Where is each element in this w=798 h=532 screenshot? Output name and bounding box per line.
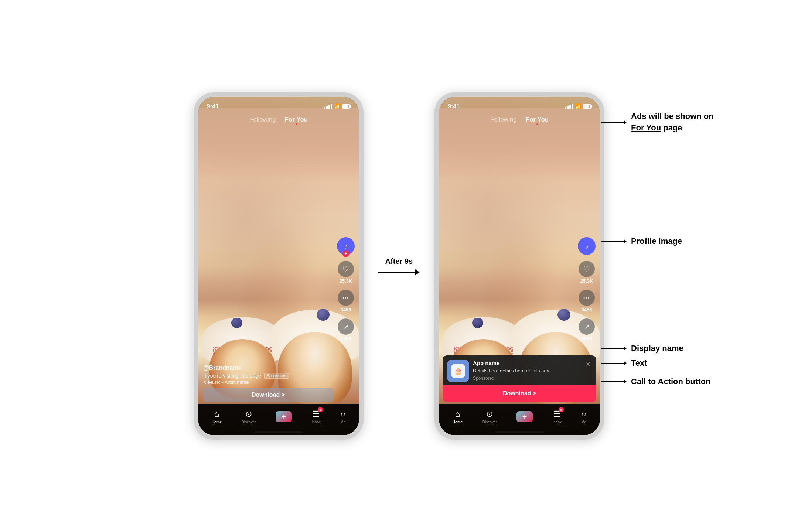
annotation-cta-text: Call to Action button xyxy=(631,377,710,386)
dots-icon-1: ••• xyxy=(338,290,354,306)
like-button-2[interactable]: ♡ 25.3K xyxy=(579,261,595,284)
arrow-line xyxy=(378,269,420,275)
tab-for-you-1[interactable]: For You xyxy=(285,116,308,123)
annotation-display-name-text: Display name xyxy=(631,344,683,353)
tab-following-1[interactable]: Following xyxy=(249,116,276,123)
like-button-1[interactable]: ♡ 25.3K xyxy=(338,261,354,284)
profile-button-1[interactable]: + xyxy=(337,237,355,255)
bottom-content-1: @Brandname If you're visiting this page … xyxy=(203,365,333,402)
me-icon-1: ○ xyxy=(341,409,345,419)
me-label-1: Me xyxy=(340,420,345,424)
share-button-2[interactable]: ↗ 1256 xyxy=(579,318,595,341)
transition-arrow: After 9s xyxy=(378,257,420,275)
ad-close-button[interactable]: ✕ xyxy=(584,360,592,368)
music-note-icon-1: ♫ xyxy=(203,380,207,385)
annotation-text: Text xyxy=(601,358,647,368)
annotation-for-you-text: Ads will be shown on For You page xyxy=(631,111,714,134)
blueberry-4 xyxy=(557,309,570,321)
tiktok-logo-2 xyxy=(582,241,592,251)
nav-me-1[interactable]: ○ Me xyxy=(340,409,345,424)
status-bar-2: 9:41 📶 xyxy=(439,97,600,113)
inbox-count-1: 9 xyxy=(318,407,323,412)
nav-discover-2[interactable]: ⊙ Discover xyxy=(482,409,497,424)
nav-inbox-1[interactable]: ☰ 9 Inbox xyxy=(312,409,321,424)
ann-head-3 xyxy=(624,346,627,351)
ann-shaft-1 xyxy=(601,122,624,123)
ad-text-area: App name Details here details here detai… xyxy=(473,360,580,381)
status-icons-2: 📶 xyxy=(565,103,591,109)
home-icon-1: ⌂ xyxy=(214,409,219,419)
discover-label-2: Discover xyxy=(482,420,497,424)
nav-plus-1[interactable]: + xyxy=(276,411,292,422)
sponsored-badge-1: Sponsored xyxy=(264,373,289,379)
ad-download-button[interactable]: Download > xyxy=(443,385,596,402)
app-icon-box: 🎂 xyxy=(447,360,469,382)
phone2-frame: 9:41 📶 xyxy=(434,92,604,440)
nav-home-2[interactable]: ⌂ Home xyxy=(453,409,463,424)
annotation-for-you: Ads will be shown on For You page xyxy=(601,111,714,134)
phone2-wrapper: 9:41 📶 xyxy=(434,92,604,440)
ann-head-1 xyxy=(624,120,627,125)
wifi-icon-2: 📶 xyxy=(575,103,581,109)
me-icon-2: ○ xyxy=(582,409,586,419)
ann-shaft-2 xyxy=(601,241,624,242)
status-icons-1: 📶 xyxy=(324,103,350,109)
ann-shaft-4 xyxy=(601,363,624,364)
phones-wrapper: 9:41 📶 xyxy=(194,92,604,440)
heart-icon-2: ♡ xyxy=(579,261,595,277)
follow-plus-1: + xyxy=(342,250,349,257)
status-time-2: 9:41 xyxy=(448,103,460,110)
right-actions-2: ♡ 25.3K ••• 3456 ↗ xyxy=(578,237,596,341)
status-bar-1: 9:41 📶 xyxy=(198,97,359,113)
home-icon-2: ⌂ xyxy=(455,409,460,419)
tab-for-you-2[interactable]: For You xyxy=(526,116,549,123)
share-count-2: 1256 xyxy=(582,336,592,341)
nav-me-2[interactable]: ○ Me xyxy=(581,409,586,424)
annotation-cta: Call to Action button xyxy=(601,377,710,386)
nav-plus-2[interactable]: + xyxy=(516,411,533,422)
right-actions-1: + ♡ 25.3K ••• 3456 xyxy=(337,237,355,341)
blueberry-1 xyxy=(231,318,242,328)
like-count-2: 25.3K xyxy=(580,278,593,284)
hand-overlay-2 xyxy=(439,108,600,294)
comment-count-1: 3456 xyxy=(341,307,351,313)
ann-head-4 xyxy=(624,361,627,365)
plus-icon-2: + xyxy=(516,411,533,422)
main-container: 9:41 📶 xyxy=(0,0,798,532)
ann-shaft-5 xyxy=(601,381,624,382)
app-icon: 🎂 xyxy=(451,364,465,378)
download-button-1[interactable]: Download > xyxy=(203,388,333,402)
annotation-profile-text: Profile image xyxy=(631,236,682,246)
nav-inbox-2[interactable]: ☰ 9 Inbox xyxy=(553,409,562,424)
inbox-badge-wrapper-1: ☰ 9 xyxy=(313,409,320,419)
inbox-count-2: 9 xyxy=(559,407,564,412)
ann-shaft-3 xyxy=(601,348,624,349)
blueberry-3 xyxy=(472,318,483,328)
ad-popup: 🎂 App name Details here details here det… xyxy=(443,355,596,402)
status-time-1: 9:41 xyxy=(207,103,219,110)
ann-head-5 xyxy=(624,379,627,384)
comment-count-2: 3456 xyxy=(582,307,592,313)
battery-icon-2 xyxy=(583,104,591,109)
inbox-label-1: Inbox xyxy=(312,420,321,424)
tab-following-2[interactable]: Following xyxy=(490,116,517,123)
plus-icon-1: + xyxy=(276,411,292,422)
nav-tabs-2: Following For You xyxy=(439,116,600,123)
profile-button-2[interactable] xyxy=(578,237,596,255)
like-count-1: 25.3K xyxy=(340,278,352,284)
home-label-1: Home xyxy=(212,420,222,424)
comment-button-1[interactable]: ••• 3456 xyxy=(338,290,354,313)
nav-home-1[interactable]: ⌂ Home xyxy=(212,409,222,424)
heart-icon-1: ♡ xyxy=(338,261,354,277)
ad-sponsored-label: Sponsored xyxy=(473,376,580,381)
comment-button-2[interactable]: ••• 3456 xyxy=(579,290,595,313)
annotation-display-name: Display name xyxy=(601,344,683,353)
inbox-label-2: Inbox xyxy=(553,420,562,424)
nav-discover-1[interactable]: ⊙ Discover xyxy=(242,409,256,424)
hand-overlay xyxy=(198,108,359,294)
dots-icon-2: ••• xyxy=(579,290,595,306)
discover-label-1: Discover xyxy=(242,420,256,424)
share-count-1: 1256 xyxy=(341,336,351,341)
phone2-screen: 9:41 📶 xyxy=(439,97,600,435)
share-button-1[interactable]: ↗ 1256 xyxy=(338,318,354,341)
